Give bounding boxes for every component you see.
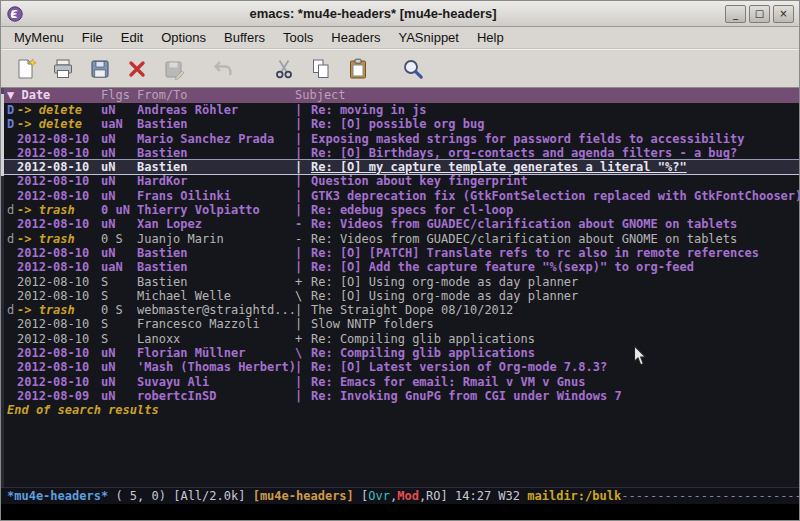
mark-cell: [7, 346, 17, 360]
subject-cell: The Straight Dope 08/10/2012: [311, 303, 799, 317]
message-row[interactable]: 2012-08-10uNFlorian Müllner\Re: Compilin…: [1, 346, 799, 360]
subject-cell: Re: edebug specs for cl-loop: [311, 203, 799, 217]
from-cell: Bastien: [137, 160, 295, 174]
emacs-app-icon: [6, 5, 24, 23]
flags-cell: uN: [101, 346, 137, 360]
from-cell: 'Mash (Thomas Herbert): [137, 360, 295, 374]
message-row[interactable]: 2012-08-10SFrancesco Mazzoli|Slow NNTP f…: [1, 317, 799, 331]
menu-bar: MyMenuFileEditOptionsBuffersToolsHeaders…: [1, 27, 799, 49]
menu-tools[interactable]: Tools: [274, 28, 322, 47]
message-row[interactable]: 2012-08-10uNBastien|Re: [O] Birthdays, o…: [1, 146, 799, 160]
mode-line: *mu4e-headers* ( 5, 0) [All/2.0k] [mu4e-…: [1, 487, 799, 504]
thread-indicator: |: [295, 174, 311, 188]
print-icon: [51, 57, 75, 81]
modeline-segment: maildir:/bulk: [527, 489, 621, 503]
subject-cell: Re: [O] Using org-mode as day planner: [311, 275, 799, 289]
modeline-segment: *mu4e-headers*: [7, 489, 108, 503]
date-cell: -> delete: [17, 103, 101, 117]
message-row[interactable]: 2012-08-10uNHardKor|Question about key f…: [1, 174, 799, 188]
message-row[interactable]: 2012-08-09uNrobertcInSD|Re: Invoking Gnu…: [1, 389, 799, 403]
column-header-from[interactable]: From/To: [137, 88, 295, 103]
message-row[interactable]: d-> trash0 uNThierry Volpiatto|Re: edebu…: [1, 203, 799, 217]
column-header-flags[interactable]: Flgs: [101, 88, 137, 103]
minimize-button[interactable]: _: [725, 5, 746, 23]
mark-cell: [7, 260, 17, 274]
modeline-segment: --------------------------------------: [621, 489, 799, 503]
search-button[interactable]: [398, 54, 428, 84]
mark-cell: d: [7, 303, 17, 317]
from-cell: robertcInSD: [137, 389, 295, 403]
message-row[interactable]: 2012-08-10uNSuvayu Ali|Re: Emacs for ema…: [1, 375, 799, 389]
save-button[interactable]: [85, 54, 115, 84]
from-cell: Michael Welle: [137, 289, 295, 303]
subject-cell: Re: [O] [PATCH] Translate refs to rc als…: [311, 246, 799, 260]
message-row[interactable]: d-> trash0 SJuanjo Marin-Re: Videos from…: [1, 232, 799, 246]
headers-column-header[interactable]: ▼ Date Flgs From/To Subject: [1, 88, 799, 103]
scrollbar-track[interactable]: [1, 88, 4, 487]
paste-button[interactable]: [343, 54, 373, 84]
column-header-date[interactable]: ▼ Date: [7, 88, 101, 103]
new-file-icon: [14, 57, 38, 81]
print-button[interactable]: [48, 54, 78, 84]
scrollbar-thumb[interactable]: [1, 94, 4, 176]
menu-yasnippet[interactable]: YASnippet: [389, 28, 467, 47]
flags-cell: uN: [101, 132, 137, 146]
close-button[interactable]: ×: [773, 5, 794, 23]
emacs-window: emacs: *mu4e-headers* [mu4e-headers] _□×…: [0, 0, 800, 521]
flags-cell: uN: [101, 146, 137, 160]
message-row[interactable]: 2012-08-10uaNBastien|Re: [O] Add the cap…: [1, 260, 799, 274]
message-row[interactable]: d-> trash0 Swebmaster@straightd...|The S…: [1, 303, 799, 317]
minibuffer[interactable]: [1, 504, 799, 520]
message-row[interactable]: 2012-08-10SMichael Welle\Re: [O] Using o…: [1, 289, 799, 303]
subject-cell: Re: [O] Add the capture feature "%(sexp)…: [311, 260, 799, 274]
message-row[interactable]: 2012-08-10SLanoxx+Re: Compiling glib app…: [1, 332, 799, 346]
thread-indicator: |: [295, 246, 311, 260]
menu-file[interactable]: File: [73, 28, 112, 47]
undo-button: [208, 54, 238, 84]
date-cell: 2012-08-10: [17, 375, 101, 389]
message-row[interactable]: 2012-08-10uNMario Sanchez Prada|Exposing…: [1, 132, 799, 146]
flags-cell: uN: [101, 174, 137, 188]
mark-cell: D: [7, 117, 17, 131]
from-cell: Bastien: [137, 117, 295, 131]
menu-headers[interactable]: Headers: [322, 28, 389, 47]
menu-options[interactable]: Options: [152, 28, 215, 47]
thread-indicator: |: [295, 260, 311, 274]
cut-button[interactable]: [269, 54, 299, 84]
menu-edit[interactable]: Edit: [112, 28, 152, 47]
message-row[interactable]: D-> deleteuNAndreas Röhler|Re: moving in…: [1, 103, 799, 117]
subject-cell: Re: [O] my capture template generates a …: [311, 160, 799, 174]
mark-cell: [7, 160, 17, 174]
column-header-subject[interactable]: Subject: [295, 88, 799, 103]
date-cell: -> trash: [17, 203, 101, 217]
maximize-button[interactable]: □: [749, 5, 770, 23]
subject-cell: Re: Videos from GUADEC/clarification abo…: [311, 217, 799, 231]
close-buffer-button[interactable]: [122, 54, 152, 84]
new-file-button[interactable]: [11, 54, 41, 84]
subject-cell: Question about key fingerprint: [311, 174, 799, 188]
flags-cell: 0 uN: [101, 203, 137, 217]
modeline-segment: 14:27 W32: [448, 489, 527, 503]
mark-cell: [7, 217, 17, 231]
copy-button[interactable]: [306, 54, 336, 84]
menu-help[interactable]: Help: [468, 28, 513, 47]
message-row[interactable]: 2012-08-10uNXan Lopez-Re: Videos from GU…: [1, 217, 799, 231]
message-row[interactable]: D-> deleteuaNBastien|Re: [O] possible or…: [1, 117, 799, 131]
flags-cell: uaN: [101, 117, 137, 131]
message-row[interactable]: 2012-08-10uNBastien|Re: [O] [PATCH] Tran…: [1, 246, 799, 260]
message-row[interactable]: 2012-08-10uNFrans Oilinki|GTK3 deprecati…: [1, 189, 799, 203]
flags-cell: 0 S: [101, 303, 137, 317]
thread-indicator: -: [295, 232, 311, 246]
menu-mymenu[interactable]: MyMenu: [5, 28, 73, 47]
subject-cell: Re: [O] Using org-mode as day planner: [311, 289, 799, 303]
from-cell: Juanjo Marin: [137, 232, 295, 246]
mark-cell: [7, 146, 17, 160]
subject-cell: Re: Videos from GUADEC/clarification abo…: [311, 232, 799, 246]
paste-icon: [346, 57, 370, 81]
mark-cell: D: [7, 103, 17, 117]
message-row-current[interactable]: 2012-08-10uNBastien|Re: [O] my capture t…: [1, 160, 799, 174]
message-row[interactable]: 2012-08-10uN'Mash (Thomas Herbert)|Re: […: [1, 360, 799, 374]
date-cell: -> trash: [17, 232, 101, 246]
message-row[interactable]: 2012-08-10SBastien+Re: [O] Using org-mod…: [1, 275, 799, 289]
menu-buffers[interactable]: Buffers: [215, 28, 274, 47]
